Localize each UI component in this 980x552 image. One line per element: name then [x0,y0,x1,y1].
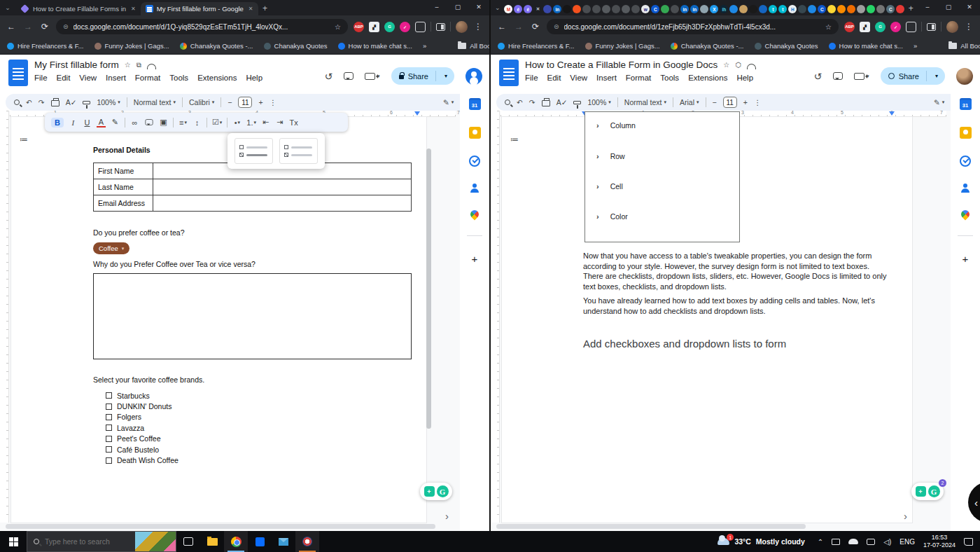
menu-tools[interactable]: Tools [660,74,679,82]
pinned-tabs-strip[interactable]: Méé✕inwCininXihttHCC [504,5,904,15]
checkbox-icon[interactable] [106,425,112,431]
menu-file[interactable]: File [525,74,538,82]
font-select[interactable]: Arial▾ [680,98,699,106]
grammarly-extension-icon[interactable]: G [384,22,395,32]
pinned-tab-favicon-icon[interactable]: t [769,5,777,13]
text-color-button[interactable]: A [97,118,106,127]
pinned-tab-favicon-icon[interactable]: é [524,5,532,13]
checklist-style-option-strikethrough[interactable] [234,138,273,164]
chevron-down-icon[interactable]: ⌄ [491,0,504,15]
spellcheck-icon[interactable]: A✓ [66,98,77,106]
chevron-right-icon[interactable]: › [596,182,599,191]
collapsed-row-color[interactable]: ›Color [596,212,628,221]
checklist-item[interactable]: Death Wish Coffee [106,455,178,465]
share-button[interactable]: Share ▾ [881,67,945,85]
pinned-tab-favicon-icon[interactable] [847,5,855,13]
bookmark-item[interactable]: How to make chat s... [829,42,903,50]
pinned-tab-favicon-icon[interactable] [867,5,875,13]
maximize-button[interactable]: ▢ [938,0,959,14]
maps-icon[interactable] [469,209,481,221]
bold-button[interactable]: B [51,118,64,127]
pinned-tab-favicon-icon[interactable] [729,5,738,13]
all-bookmarks-button[interactable]: All Bookmarks [948,42,980,50]
keep-icon[interactable] [960,127,972,139]
pinned-tab-favicon-icon[interactable] [808,5,816,13]
pinned-tab-favicon-icon[interactable] [631,5,640,13]
vertical-scrollbar[interactable] [426,149,431,429]
cloud-status-icon[interactable] [147,64,156,69]
document-title[interactable]: How to Create a Fillable Form in Google … [525,60,718,70]
font-select[interactable]: Calibri▾ [189,98,214,106]
reload-button[interactable]: ⟳ [530,22,541,32]
docs-logo-icon[interactable] [8,60,28,86]
extensions-puzzle-icon[interactable] [906,22,916,32]
chevron-right-icon[interactable]: › [596,152,599,160]
pinned-tab-favicon-icon[interactable] [582,5,591,13]
pinned-tab-favicon-icon[interactable]: X [710,5,718,13]
pinned-tab-favicon-icon[interactable] [543,5,552,13]
pinned-tab-favicon-icon[interactable]: H [788,5,797,13]
menu-tools[interactable]: Tools [169,74,188,82]
browser-profile-avatar[interactable] [946,21,958,33]
share-button[interactable]: Share ▾ [391,67,454,85]
site-info-icon[interactable]: ⊜ [63,23,69,30]
back-button[interactable]: ← [496,22,507,32]
menu-insert[interactable]: Insert [106,74,126,82]
pink-extension-icon[interactable]: ✓ [890,22,901,32]
pinned-tab-favicon-icon[interactable] [661,5,669,13]
tasks-icon[interactable] [469,156,480,167]
bw-extension-icon[interactable]: ▞ [860,22,870,32]
pinned-tab-favicon-icon[interactable]: é [514,5,522,13]
grammarly-extension-icon[interactable]: G [875,22,886,32]
locked-icon[interactable]: ⬡ [735,61,741,69]
bookmark-item[interactable]: Chanakya Quotes -... [180,42,253,50]
editing-mode-select[interactable]: ✎▾ [934,98,944,106]
checkbox-icon[interactable] [106,403,112,410]
paint-format-icon[interactable] [573,101,581,104]
pinned-tab-favicon-icon[interactable] [857,5,865,13]
bookmarks-overflow-icon[interactable]: » [423,42,426,50]
bookmark-star-icon[interactable]: ☆ [825,23,832,31]
font-size-field[interactable]: 11 [723,97,737,108]
insert-image-button[interactable]: ▣ [159,118,168,127]
checklist-style-option-plain[interactable] [279,138,318,164]
table-cell-value[interactable] [153,195,412,212]
forward-button[interactable]: → [22,22,34,32]
pinned-tab-favicon-icon[interactable]: ✕ [533,5,542,13]
pinned-tab-favicon-icon[interactable]: M [504,5,512,13]
search-input[interactable] [45,537,122,546]
grammarly-suggestion-icon[interactable]: + [916,486,926,497]
pinned-tab-favicon-icon[interactable]: in [553,5,561,13]
search-icon[interactable] [14,99,20,105]
start-button[interactable] [0,531,27,552]
grammarly-logo-icon[interactable]: G [928,485,940,497]
decrease-indent-button[interactable]: ⇤ [261,118,270,127]
account-avatar[interactable] [465,68,482,85]
pinned-tab-favicon-icon[interactable] [749,5,757,13]
pinned-tab-favicon-icon[interactable] [563,5,571,13]
menu-file[interactable]: File [34,74,48,82]
onedrive-icon[interactable] [848,539,858,544]
checkbox-icon[interactable] [106,414,112,420]
microsoft-store-button[interactable] [248,531,272,552]
checklist-button[interactable]: ☑▾ [212,118,222,127]
menu-extensions[interactable]: Extensions [197,74,237,82]
menu-edit[interactable]: Edit [547,74,561,82]
bookmark-item[interactable]: Chanakya Quotes [755,42,818,50]
pinned-tab-favicon-icon[interactable] [622,5,630,13]
volume-icon[interactable]: ◁) [883,538,891,546]
forward-button[interactable]: → [513,22,524,32]
maps-icon[interactable] [960,209,972,221]
move-folder-icon[interactable]: ⧉ [136,61,141,69]
weather-widget[interactable]: 1 33°C Mostly cloudy [713,537,808,546]
redo-button[interactable]: ↷ [529,98,536,106]
answer-text-box[interactable] [93,273,412,359]
styles-select[interactable]: Normal text▾ [134,98,176,106]
checkbox-icon[interactable] [106,436,112,442]
horizontal-scrollbar[interactable] [496,524,806,529]
checkbox-icon[interactable] [106,446,112,453]
pinned-tab-favicon-icon[interactable]: C [818,5,826,13]
zoom-select[interactable]: 100%▾ [587,98,610,106]
undo-button[interactable]: ↶ [517,98,523,106]
tasks-icon[interactable] [960,156,971,167]
